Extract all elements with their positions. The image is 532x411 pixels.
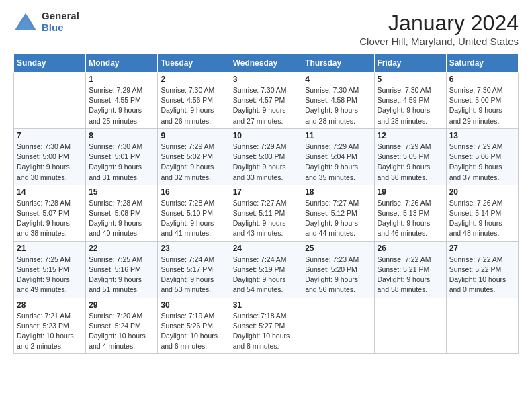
day-number: 31 bbox=[233, 300, 300, 310]
calendar-cell: 13Sunrise: 7:29 AM Sunset: 5:06 PM Dayli… bbox=[446, 128, 518, 185]
week-row-1: 7Sunrise: 7:30 AM Sunset: 5:00 PM Daylig… bbox=[14, 128, 519, 185]
day-detail: Sunrise: 7:28 AM Sunset: 5:10 PM Dayligh… bbox=[161, 198, 226, 239]
day-detail: Sunrise: 7:30 AM Sunset: 4:59 PM Dayligh… bbox=[378, 85, 443, 126]
weekday-header-monday: Monday bbox=[86, 54, 158, 73]
logo: General Blue bbox=[13, 11, 79, 33]
day-detail: Sunrise: 7:24 AM Sunset: 5:19 PM Dayligh… bbox=[233, 255, 300, 295]
calendar-cell: 5Sunrise: 7:30 AM Sunset: 4:59 PM Daylig… bbox=[374, 73, 446, 129]
calendar-cell: 26Sunrise: 7:22 AM Sunset: 5:21 PM Dayli… bbox=[374, 241, 446, 298]
calendar-cell: 6Sunrise: 7:30 AM Sunset: 5:00 PM Daylig… bbox=[446, 73, 518, 129]
day-number: 19 bbox=[378, 187, 443, 197]
day-number: 5 bbox=[378, 75, 443, 84]
day-number: 13 bbox=[449, 131, 515, 140]
day-detail: Sunrise: 7:22 AM Sunset: 5:21 PM Dayligh… bbox=[378, 255, 443, 295]
logo-line2: Blue bbox=[42, 22, 79, 34]
day-detail: Sunrise: 7:30 AM Sunset: 5:00 PM Dayligh… bbox=[17, 142, 83, 183]
day-number: 9 bbox=[161, 131, 226, 140]
calendar-cell: 11Sunrise: 7:29 AM Sunset: 5:04 PM Dayli… bbox=[302, 128, 374, 185]
calendar-cell: 22Sunrise: 7:25 AM Sunset: 5:16 PM Dayli… bbox=[86, 241, 158, 298]
day-detail: Sunrise: 7:30 AM Sunset: 4:56 PM Dayligh… bbox=[161, 85, 226, 126]
calendar-cell: 4Sunrise: 7:30 AM Sunset: 4:58 PM Daylig… bbox=[302, 73, 374, 129]
day-detail: Sunrise: 7:29 AM Sunset: 5:06 PM Dayligh… bbox=[449, 142, 515, 183]
day-detail: Sunrise: 7:18 AM Sunset: 5:27 PM Dayligh… bbox=[233, 311, 300, 352]
calendar-cell: 7Sunrise: 7:30 AM Sunset: 5:00 PM Daylig… bbox=[14, 128, 86, 185]
week-row-4: 28Sunrise: 7:21 AM Sunset: 5:23 PM Dayli… bbox=[14, 298, 519, 354]
weekday-header-sunday: Sunday bbox=[14, 54, 86, 73]
logo-text: General Blue bbox=[42, 11, 79, 33]
day-detail: Sunrise: 7:29 AM Sunset: 5:05 PM Dayligh… bbox=[378, 142, 443, 183]
day-number: 16 bbox=[161, 187, 226, 197]
day-detail: Sunrise: 7:25 AM Sunset: 5:15 PM Dayligh… bbox=[17, 255, 83, 295]
day-detail: Sunrise: 7:22 AM Sunset: 5:22 PM Dayligh… bbox=[449, 255, 515, 295]
day-number: 20 bbox=[449, 187, 515, 197]
day-detail: Sunrise: 7:30 AM Sunset: 4:57 PM Dayligh… bbox=[233, 85, 300, 126]
week-row-3: 21Sunrise: 7:25 AM Sunset: 5:15 PM Dayli… bbox=[14, 241, 519, 298]
weekday-header-friday: Friday bbox=[374, 54, 446, 73]
calendar-cell: 14Sunrise: 7:28 AM Sunset: 5:07 PM Dayli… bbox=[14, 185, 86, 241]
logo-line1: General bbox=[42, 11, 79, 22]
day-number: 14 bbox=[17, 187, 83, 197]
day-detail: Sunrise: 7:23 AM Sunset: 5:20 PM Dayligh… bbox=[305, 255, 371, 295]
day-detail: Sunrise: 7:21 AM Sunset: 5:23 PM Dayligh… bbox=[17, 311, 83, 352]
calendar-cell bbox=[302, 298, 374, 354]
weekday-header-thursday: Thursday bbox=[302, 54, 374, 73]
day-number: 12 bbox=[378, 131, 443, 140]
day-detail: Sunrise: 7:29 AM Sunset: 5:03 PM Dayligh… bbox=[233, 142, 300, 183]
day-detail: Sunrise: 7:20 AM Sunset: 5:24 PM Dayligh… bbox=[89, 311, 154, 352]
day-number: 23 bbox=[161, 244, 226, 253]
calendar-cell: 23Sunrise: 7:24 AM Sunset: 5:17 PM Dayli… bbox=[158, 241, 230, 298]
calendar-cell: 17Sunrise: 7:27 AM Sunset: 5:11 PM Dayli… bbox=[230, 185, 302, 241]
day-detail: Sunrise: 7:30 AM Sunset: 5:01 PM Dayligh… bbox=[89, 142, 154, 183]
calendar-cell: 31Sunrise: 7:18 AM Sunset: 5:27 PM Dayli… bbox=[230, 298, 302, 354]
day-number: 15 bbox=[89, 187, 154, 197]
location-title: Clover Hill, Maryland, United States bbox=[359, 36, 519, 47]
calendar-cell bbox=[374, 298, 446, 354]
day-detail: Sunrise: 7:27 AM Sunset: 5:11 PM Dayligh… bbox=[233, 198, 300, 239]
title-area: January 2024 Clover Hill, Maryland, Unit… bbox=[359, 11, 519, 47]
calendar-cell: 12Sunrise: 7:29 AM Sunset: 5:05 PM Dayli… bbox=[374, 128, 446, 185]
calendar-cell: 15Sunrise: 7:28 AM Sunset: 5:08 PM Dayli… bbox=[86, 185, 158, 241]
day-number: 22 bbox=[89, 244, 154, 253]
day-number: 29 bbox=[89, 300, 154, 310]
day-detail: Sunrise: 7:30 AM Sunset: 5:00 PM Dayligh… bbox=[449, 85, 515, 126]
day-detail: Sunrise: 7:25 AM Sunset: 5:16 PM Dayligh… bbox=[89, 255, 154, 295]
calendar-cell bbox=[446, 298, 518, 354]
day-number: 18 bbox=[305, 187, 371, 197]
day-number: 11 bbox=[305, 131, 371, 140]
day-number: 3 bbox=[233, 75, 300, 84]
day-number: 26 bbox=[378, 244, 443, 253]
day-detail: Sunrise: 7:28 AM Sunset: 5:08 PM Dayligh… bbox=[89, 198, 154, 239]
week-row-0: 1Sunrise: 7:29 AM Sunset: 4:55 PM Daylig… bbox=[14, 73, 519, 129]
day-detail: Sunrise: 7:26 AM Sunset: 5:13 PM Dayligh… bbox=[378, 198, 443, 239]
day-number: 28 bbox=[17, 300, 83, 310]
calendar-cell bbox=[14, 73, 86, 129]
calendar-cell: 8Sunrise: 7:30 AM Sunset: 5:01 PM Daylig… bbox=[86, 128, 158, 185]
day-detail: Sunrise: 7:27 AM Sunset: 5:12 PM Dayligh… bbox=[305, 198, 371, 239]
calendar-cell: 27Sunrise: 7:22 AM Sunset: 5:22 PM Dayli… bbox=[446, 241, 518, 298]
day-detail: Sunrise: 7:30 AM Sunset: 4:58 PM Dayligh… bbox=[305, 85, 371, 126]
calendar-cell: 30Sunrise: 7:19 AM Sunset: 5:26 PM Dayli… bbox=[158, 298, 230, 354]
calendar-cell: 10Sunrise: 7:29 AM Sunset: 5:03 PM Dayli… bbox=[230, 128, 302, 185]
day-number: 6 bbox=[449, 75, 515, 84]
calendar: SundayMondayTuesdayWednesdayThursdayFrid… bbox=[13, 54, 519, 354]
day-number: 10 bbox=[233, 131, 300, 140]
calendar-cell: 19Sunrise: 7:26 AM Sunset: 5:13 PM Dayli… bbox=[374, 185, 446, 241]
day-detail: Sunrise: 7:29 AM Sunset: 4:55 PM Dayligh… bbox=[89, 85, 154, 126]
day-detail: Sunrise: 7:26 AM Sunset: 5:14 PM Dayligh… bbox=[449, 198, 515, 239]
weekday-header-tuesday: Tuesday bbox=[158, 54, 230, 73]
day-number: 1 bbox=[89, 75, 154, 84]
day-detail: Sunrise: 7:29 AM Sunset: 5:02 PM Dayligh… bbox=[161, 142, 226, 183]
calendar-cell: 18Sunrise: 7:27 AM Sunset: 5:12 PM Dayli… bbox=[302, 185, 374, 241]
day-detail: Sunrise: 7:29 AM Sunset: 5:04 PM Dayligh… bbox=[305, 142, 371, 183]
day-number: 21 bbox=[17, 244, 83, 253]
calendar-cell: 3Sunrise: 7:30 AM Sunset: 4:57 PM Daylig… bbox=[230, 73, 302, 129]
day-number: 7 bbox=[17, 131, 83, 140]
day-number: 2 bbox=[161, 75, 226, 84]
day-number: 30 bbox=[161, 300, 226, 310]
weekday-header-row: SundayMondayTuesdayWednesdayThursdayFrid… bbox=[14, 54, 519, 73]
month-title: January 2024 bbox=[359, 11, 519, 36]
calendar-cell: 2Sunrise: 7:30 AM Sunset: 4:56 PM Daylig… bbox=[158, 73, 230, 129]
calendar-cell: 28Sunrise: 7:21 AM Sunset: 5:23 PM Dayli… bbox=[14, 298, 86, 354]
calendar-cell: 9Sunrise: 7:29 AM Sunset: 5:02 PM Daylig… bbox=[158, 128, 230, 185]
header: General Blue January 2024 Clover Hill, M… bbox=[13, 11, 519, 47]
